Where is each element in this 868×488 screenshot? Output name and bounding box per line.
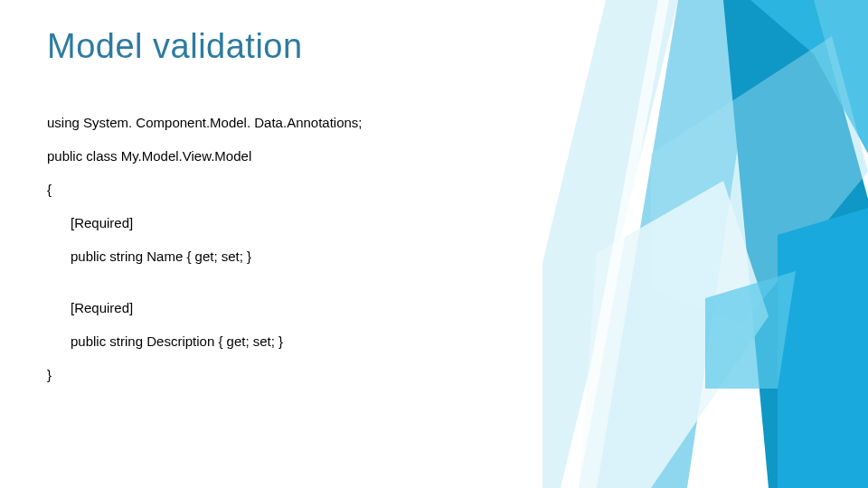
code-line: { <box>47 180 633 199</box>
code-block: using System. Component.Model. Data.Anno… <box>47 113 633 384</box>
code-line: public class My.Model.View.Model <box>47 146 633 165</box>
code-line: [Required] <box>47 298 633 317</box>
svg-marker-2 <box>723 0 868 488</box>
code-line: using System. Component.Model. Data.Anno… <box>47 113 633 132</box>
code-line: } <box>47 365 633 384</box>
svg-marker-3 <box>750 0 868 154</box>
svg-marker-7 <box>705 271 796 389</box>
svg-marker-6 <box>778 208 868 488</box>
slide-title: Model validation <box>47 27 633 66</box>
slide: Model validation using System. Component… <box>0 0 868 488</box>
code-line: public string Description { get; set; } <box>47 332 633 351</box>
content-area: Model validation using System. Component… <box>47 27 633 399</box>
code-line: [Required] <box>47 213 633 232</box>
code-line: public string Name { get; set; } <box>47 247 633 266</box>
blank-line <box>47 280 633 298</box>
svg-marker-4 <box>651 36 868 325</box>
